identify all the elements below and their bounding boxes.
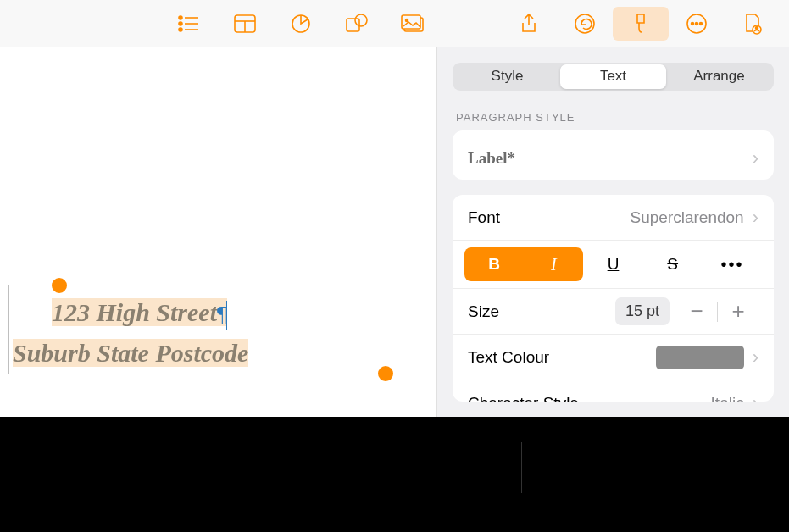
paragraph-style-value: Label* <box>468 149 515 168</box>
svg-point-21 <box>756 26 758 29</box>
text-format-panel: Font Superclarendon › B I U S ••• Size 1… <box>453 195 774 402</box>
chevron-right-icon: › <box>753 147 758 169</box>
italic-button[interactable]: I <box>524 247 583 281</box>
svg-point-4 <box>179 28 182 31</box>
chevron-right-icon: › <box>753 392 758 402</box>
character-style-value: Italic <box>711 394 744 402</box>
character-style-row[interactable]: Character Style Italic › <box>453 380 774 402</box>
paragraph-style-panel: Label* › <box>453 130 774 180</box>
bold-button[interactable]: B <box>464 247 524 281</box>
font-label: Font <box>468 208 500 227</box>
svg-point-14 <box>406 19 408 21</box>
selection-handle-top[interactable] <box>52 278 67 293</box>
content-area: 123 High Street¶ Suburb State Postcode S… <box>0 47 789 417</box>
text-colour-row[interactable]: Text Colour › <box>453 335 774 380</box>
chevron-right-icon: › <box>753 207 758 229</box>
underline-button[interactable]: U <box>583 247 642 281</box>
font-value: Superclarendon <box>631 208 744 227</box>
tab-arrange[interactable]: Arrange <box>666 64 772 89</box>
text-colour-label: Text Colour <box>468 348 549 367</box>
document-icon <box>742 13 763 35</box>
list-view-button[interactable] <box>161 7 217 41</box>
more-button[interactable] <box>669 7 725 41</box>
font-row[interactable]: Font Superclarendon › <box>453 195 774 241</box>
table-icon <box>234 14 256 33</box>
text-line-1[interactable]: 123 High Street¶ <box>52 298 227 326</box>
inspector-tabs: Style Text Arrange <box>453 63 774 91</box>
tab-text[interactable]: Text <box>560 64 666 89</box>
shape-icon <box>346 14 368 34</box>
chart-icon <box>291 14 311 34</box>
paintbrush-icon <box>631 13 651 35</box>
footer-black-bar <box>0 417 789 532</box>
text-box[interactable]: 123 High Street¶ Suburb State Postcode <box>8 285 386 374</box>
svg-rect-13 <box>402 15 420 29</box>
share-icon <box>520 13 538 35</box>
colour-swatch[interactable] <box>656 346 744 369</box>
svg-point-18 <box>696 22 698 25</box>
undo-button[interactable] <box>557 7 613 41</box>
size-row: Size 15 pt − + <box>453 289 774 335</box>
svg-point-2 <box>179 22 182 25</box>
undo-icon <box>574 13 596 35</box>
more-icon <box>686 13 708 35</box>
selection-handle-bottom[interactable] <box>378 366 393 381</box>
text-line-2[interactable]: Suburb State Postcode <box>13 339 248 367</box>
share-button[interactable] <box>501 7 557 41</box>
table-button[interactable] <box>217 7 273 41</box>
media-icon <box>401 14 425 33</box>
more-styles-button[interactable]: ••• <box>703 247 762 281</box>
media-button[interactable] <box>385 7 441 41</box>
svg-point-11 <box>355 14 367 26</box>
format-button[interactable] <box>613 7 669 41</box>
strikethrough-button[interactable]: S <box>643 247 703 281</box>
size-value[interactable]: 15 pt <box>615 297 670 325</box>
size-increase-button[interactable]: + <box>718 296 758 327</box>
character-style-label: Character Style <box>468 394 579 402</box>
toolbar <box>0 0 789 47</box>
svg-point-0 <box>179 16 182 19</box>
svg-point-19 <box>700 22 703 25</box>
text-cursor <box>226 301 227 330</box>
collab-button[interactable] <box>725 7 781 41</box>
paragraph-style-header: PARAGRAPH STYLE <box>456 111 770 124</box>
paragraph-style-row[interactable]: Label* › <box>453 130 774 180</box>
shape-button[interactable] <box>329 7 385 41</box>
size-decrease-button[interactable]: − <box>676 296 717 327</box>
chart-button[interactable] <box>273 7 329 41</box>
format-inspector: Style Text Arrange PARAGRAPH STYLE Label… <box>436 47 789 417</box>
canvas[interactable]: 123 High Street¶ Suburb State Postcode <box>0 47 436 417</box>
callout-line <box>521 442 522 493</box>
chevron-right-icon: › <box>753 346 758 369</box>
size-label: Size <box>468 302 499 321</box>
text-style-row: B I U S ••• <box>453 241 774 289</box>
tab-style[interactable]: Style <box>454 64 560 89</box>
svg-point-17 <box>692 22 694 25</box>
list-icon <box>178 14 200 33</box>
